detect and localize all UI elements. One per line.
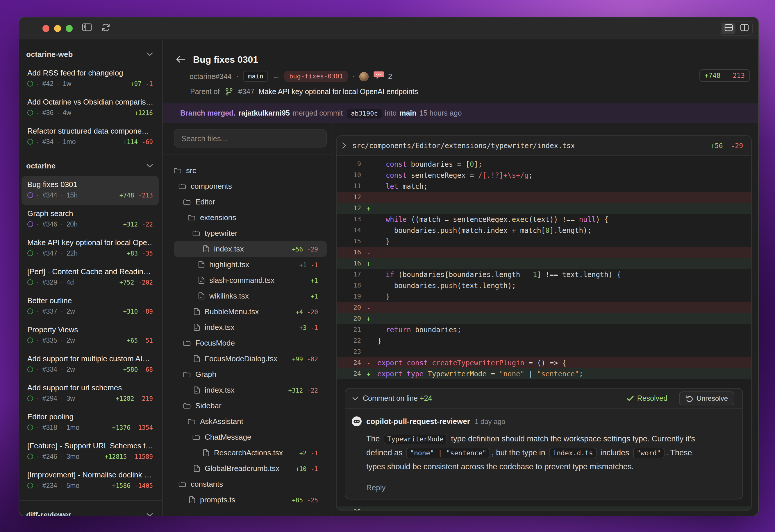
tree-file-row[interactable]: highlight.tsx+1-1 xyxy=(174,257,327,272)
sidebar-section-label: diff-reviewer xyxy=(26,510,146,516)
parent-number[interactable]: #347 xyxy=(238,88,254,96)
deletions-count: -69 xyxy=(142,138,153,145)
sidebar-pr-item[interactable]: Add support for multiple custom AI…·#334… xyxy=(21,350,159,379)
sidebar-pr-item[interactable]: Add support for url schemes·#294·3w+1282… xyxy=(21,379,159,408)
tree-file-row[interactable]: index.tsx+312-22 xyxy=(174,382,327,398)
tree-file-row[interactable]: slash-command.tsx+1 xyxy=(174,272,327,288)
pr-diff-counts: +1376-1354 xyxy=(112,424,153,431)
sidebar-pr-item[interactable]: Better outline·#337·2w+310-89 xyxy=(21,292,159,321)
file-search-wrap xyxy=(163,123,333,155)
pr-age: 1w xyxy=(63,80,71,87)
pr-number: #337 xyxy=(42,308,57,315)
reply-button[interactable]: Reply xyxy=(366,483,731,492)
tree-node-name: wikilinks.tsx xyxy=(209,292,249,300)
sidebar-pr-item[interactable]: Add RSS feed for changelog·#42·1w+97-1 xyxy=(21,64,159,94)
pr-meta-row: ·#246·3mo+12815-11589 xyxy=(27,453,153,460)
code-token: ] !== text.length) { xyxy=(537,270,621,278)
pr-meta-row: ·#344·15h+748-213 xyxy=(27,192,153,199)
file-diff-counts: +3-1 xyxy=(295,324,318,331)
tree-file-row[interactable]: wikilinks.tsx+1 xyxy=(174,288,327,304)
split-vertical-button[interactable] xyxy=(737,23,751,34)
merge-author: rajatkulkarni95 xyxy=(239,109,290,117)
sidebar-pr-item[interactable]: Make API key optional for local Ope…·#34… xyxy=(21,234,159,263)
minimize-button[interactable] xyxy=(54,25,61,32)
tree-folder-row[interactable]: AskAssistant xyxy=(174,414,327,429)
file-icon xyxy=(193,386,200,394)
tree-file-row[interactable]: index.tsx+3-1 xyxy=(174,319,327,335)
tree-folder-row[interactable]: src xyxy=(174,163,327,178)
additions-count: +83 xyxy=(127,250,138,257)
code-token: TypewriterMode xyxy=(428,370,486,378)
pr-meta-row: octarine#344 · main ← bug-fixes-0301 · 2 xyxy=(189,71,642,82)
pr-meta-row: ·#335·2w+65-51 xyxy=(27,337,153,344)
back-button[interactable] xyxy=(176,55,185,65)
additions-count: +1282 xyxy=(116,395,134,402)
tree-folder-row[interactable]: constants xyxy=(174,476,327,492)
comment-body: copilot-pull-request-reviewer 1 day ago … xyxy=(345,409,742,499)
tree-file-row[interactable]: GlobalBreadcrumb.tsx+10-1 xyxy=(174,461,327,476)
sidebar-section-diff-reviewer[interactable]: diff-reviewer xyxy=(21,508,159,516)
code-token xyxy=(377,215,386,223)
tree-folder-row[interactable]: FocusMode xyxy=(174,335,327,351)
pr-title: Add support for url schemes xyxy=(27,383,153,392)
split-horizontal-button[interactable] xyxy=(722,23,735,34)
code-token: null xyxy=(579,215,596,223)
tree-node-name: GlobalBreadcrumb.tsx xyxy=(205,464,279,473)
code-text: boundaries.push(text.length); xyxy=(377,281,516,290)
tree-file-row[interactable]: ResearchActions.tsx+2-1 xyxy=(174,445,327,461)
chevron-down-icon xyxy=(352,396,358,400)
comment-header[interactable]: Comment on line +24 Resolved xyxy=(345,389,742,409)
unresolve-button[interactable]: Unresolve xyxy=(679,391,734,405)
diff-file-header[interactable]: src/components/Editor/extensions/typewri… xyxy=(337,136,751,156)
sidebar-section-octarine-web[interactable]: octarine-web xyxy=(21,47,159,61)
tree-folder-row[interactable]: Sidebar xyxy=(174,398,327,414)
sidebar-pr-item[interactable]: [Improvement] - Normalise doclink …·#234… xyxy=(21,466,159,495)
sidebar-section-octarine[interactable]: octarine xyxy=(21,159,159,172)
code-token: push xyxy=(440,281,457,290)
tree-folder-row[interactable]: Graph xyxy=(174,366,327,382)
pr-meta-row: ·#334·2w+580-68 xyxy=(27,366,153,373)
tree-folder-row[interactable]: Editor xyxy=(174,194,327,210)
zoom-button[interactable] xyxy=(66,25,73,32)
tree-file-row[interactable]: FocusModeDialog.tsx+99-82 xyxy=(174,351,327,366)
deletions-count: -219 xyxy=(138,395,153,402)
meta-dot: · xyxy=(37,138,39,145)
pr-open-icon xyxy=(27,337,33,343)
file-icon xyxy=(193,465,200,472)
code-text: } xyxy=(377,237,390,245)
tree-file-row[interactable]: BubbleMenu.tsx+4-20 xyxy=(174,304,327,319)
sidebar-pr-item[interactable]: Refactor structured data compone…·#34·1m… xyxy=(21,123,159,152)
additions-count: +85 xyxy=(292,496,303,503)
sidebar-pr-item[interactable]: Property Views·#335·2w+65-51 xyxy=(21,321,159,350)
sidebar-pr-item[interactable]: Add Octarine vs Obsidian comparis…·#36·4… xyxy=(21,94,159,123)
sidebar-pr-item[interactable]: Bug fixes 0301·#344·15h+748-213 xyxy=(21,176,159,205)
tree-file-row[interactable]: index.tsx+56-29 xyxy=(174,241,327,257)
merge-preposition: into xyxy=(385,109,397,117)
deletions-count: -29 xyxy=(307,245,318,252)
tree-folder-row[interactable]: components xyxy=(174,178,327,194)
inline-code-chip: index.d.ts xyxy=(549,448,597,458)
comments-indicator[interactable]: 2 xyxy=(374,71,392,82)
close-button[interactable] xyxy=(42,25,49,32)
tree-file-row[interactable]: prompts.ts+85-25 xyxy=(174,492,327,508)
sidebar-pr-item[interactable]: Graph search·#346·20h+312-22 xyxy=(21,205,159,234)
additions-count: +748 xyxy=(704,71,720,80)
sidebar-section-label: octarine-web xyxy=(26,50,146,58)
tree-folder-row[interactable]: ChatMessage xyxy=(174,429,327,445)
code-token: boundaries. xyxy=(377,281,440,290)
sidebar-toggle-button[interactable] xyxy=(82,23,92,34)
meta-dot: · xyxy=(61,279,63,286)
line-number: 23 xyxy=(337,348,361,355)
file-search-input[interactable] xyxy=(174,129,327,148)
refresh-button[interactable] xyxy=(101,23,110,34)
sidebar-pr-item[interactable]: [Perf] - Content Cache and Readin…·#329·… xyxy=(21,263,159,292)
pr-age: 1mo xyxy=(63,138,76,145)
meta-dot: · xyxy=(37,366,39,373)
meta-dot: · xyxy=(57,138,59,145)
tree-folder-row[interactable]: extensions xyxy=(174,210,327,225)
sidebar-pr-item[interactable]: [Feature] - Support URL Schemes t…·#246·… xyxy=(21,437,159,466)
code-token: const xyxy=(386,171,407,179)
chevron-down-icon xyxy=(146,513,153,516)
sidebar-pr-item[interactable]: Editor pooling·#318·1mo+1376-1354 xyxy=(21,408,159,437)
tree-folder-row[interactable]: typewriter xyxy=(174,225,327,241)
